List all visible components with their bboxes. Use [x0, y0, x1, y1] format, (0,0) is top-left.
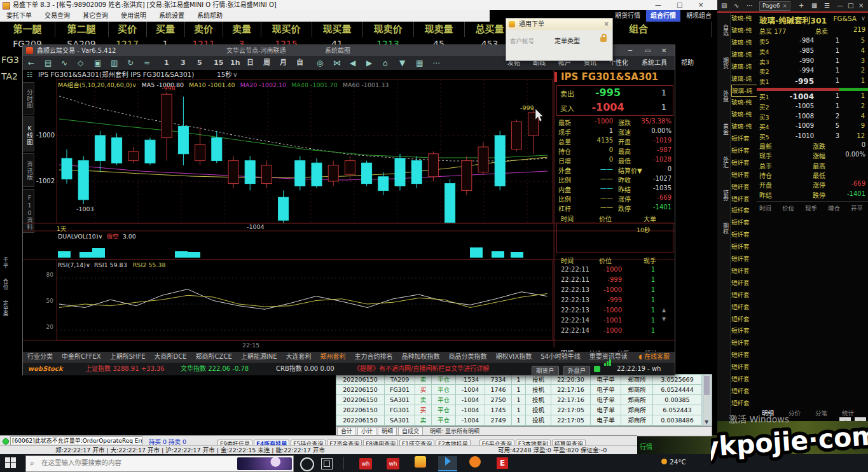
caret-down-icon[interactable]: ∨ — [861, 15, 865, 22]
col-header-现卖量[interactable]: 现卖量 — [413, 22, 465, 37]
search-highlight-image[interactable] — [237, 457, 292, 470]
tab-close-icon[interactable]: × — [783, 3, 788, 9]
rsi-indicator-row[interactable]: RSI(7,14)∨ RSI1 59.83 RSI2 55.38 — [58, 261, 165, 268]
scroll-down-icon[interactable]: ▼ — [705, 419, 708, 425]
col-header-现卖价[interactable]: 现卖价 — [362, 22, 414, 37]
col-header-卖量[interactable]: 卖量 — [223, 22, 261, 37]
sidebar-window-control[interactable]: — — [837, 0, 843, 11]
watchlist-item[interactable]: 短纤套 — [731, 385, 756, 396]
col-header-现买量[interactable]: 现买量 — [312, 22, 363, 37]
depth-row[interactable]: 卖1-99511 — [757, 77, 868, 87]
contract-title[interactable]: 玻璃-纯碱套利301 — [759, 14, 827, 26]
market-tab-S4小时骑牛线[interactable]: S4小时骑牛线 — [536, 352, 585, 362]
menu-其它查询[interactable]: 其它查询 — [76, 10, 114, 22]
overseas-account-button[interactable]: 外盘户 — [563, 366, 591, 376]
sidebar-tab-统计[interactable]: 统计 — [842, 408, 854, 417]
view-tab-期现组合[interactable]: 期现组合 — [682, 10, 716, 22]
depth-row[interactable]: 卖3-99013 — [757, 57, 868, 67]
market-tab-中金所CFFEX[interactable]: 中金所CFFEX — [57, 352, 106, 362]
order-type-label[interactable]: 定单类型 — [555, 36, 580, 45]
col-header-现买价[interactable]: 现买价 — [261, 22, 312, 37]
col-header-第一腿[interactable]: 第一腿 — [0, 22, 55, 37]
view-tab-期货行情[interactable]: 期货行情 — [610, 10, 645, 22]
sidebar-window-control[interactable]: × — [858, 0, 864, 11]
sidebar-tool-icon[interactable]: ▤ — [721, 0, 727, 11]
watchlist-item[interactable]: 玻璃-纯 — [731, 121, 756, 132]
bid-price[interactable]: -1004 — [582, 101, 633, 113]
market-tab-期权VIX指数[interactable]: 期权VIX指数 — [492, 352, 537, 362]
col-header-第二腿[interactable]: 第二腿 — [55, 22, 109, 37]
sidebar-tool-icon[interactable]: ☰ — [824, 0, 830, 11]
ma-indicator-row[interactable]: MA组合(5,10,20,40,60,0)∨MA5 -1000.80MA10 -… — [58, 80, 389, 89]
watchlist-item[interactable]: 玻璃-纯 — [731, 13, 756, 24]
watchlist-item[interactable]: 短纤套 — [731, 349, 756, 360]
watchlist-item[interactable]: 玻璃-纯 — [731, 61, 756, 72]
watchlist-item[interactable]: 玻璃-纯 — [731, 109, 756, 120]
watchlist-item[interactable]: 玻璃-纯 — [731, 25, 756, 36]
sidebar-tool-icon[interactable]: ⋯ — [747, 0, 753, 11]
result-tab-明细[interactable]: 明细 — [378, 427, 397, 436]
menu-系统设置[interactable]: 系统设置 — [153, 10, 191, 22]
weather-widget[interactable]: 24°C — [661, 458, 686, 466]
menu-交易查询[interactable]: 交易查询 — [38, 10, 76, 22]
market-tab-大商所DCE[interactable]: 大商所DCE — [150, 352, 191, 362]
watchlist-item[interactable]: 玻璃-纯 — [731, 97, 756, 108]
category-tab-外汇[interactable]: 外汇 — [717, 156, 730, 168]
cortana-icon[interactable] — [300, 457, 314, 471]
wenhua-wh6-icon[interactable]: wh — [383, 456, 403, 470]
depth-row[interactable]: 卖4-98514 — [757, 47, 868, 57]
result-tab-小计[interactable]: 小计 — [357, 427, 376, 436]
depth-row[interactable]: 买1-100411 — [757, 92, 868, 102]
watchlist-item[interactable]: 玻璃-纯 — [731, 73, 756, 84]
ask-price[interactable]: -995 — [582, 87, 633, 99]
watchlist-item[interactable]: 短纤套 — [731, 265, 756, 276]
result-tab-自成交[interactable]: 自成交 — [398, 427, 423, 436]
minimize-button[interactable]: — — [655, 0, 661, 10]
col-header-买量[interactable]: 买量 — [146, 22, 185, 37]
watchlist-item[interactable]: 短纤套 — [731, 398, 756, 408]
category-tab-期权[interactable]: 期权 — [717, 223, 730, 234]
market-tab-重要资讯导读[interactable]: 重要资讯导读 — [585, 352, 632, 362]
watchlist-item[interactable]: 短纤套 — [731, 193, 756, 204]
watchlist-item[interactable]: 短纤套 — [731, 337, 756, 348]
watchlist-item[interactable]: 短纤套 — [731, 181, 756, 192]
order-history-table[interactable]: 202206150TA209卖平仓-153473341投机22:20:30电子单… — [336, 374, 704, 426]
ma-label[interactable]: MA组合(5,10,20,40,60,0)∨ — [58, 81, 137, 88]
category-tab-期货[interactable]: 期货 — [717, 57, 730, 69]
watchlist-item[interactable]: 短纤套 — [731, 289, 756, 300]
result-tab-合计[interactable]: 合计 — [337, 427, 356, 436]
spread-row-partial-1[interactable]: FG3 — [1, 55, 19, 65]
category-tab-自选[interactable]: 自选 — [717, 24, 730, 36]
depth-mode-label[interactable]: 6档 — [719, 440, 729, 449]
watchlist-item[interactable]: 短纤套 — [731, 253, 756, 264]
editor-e-icon[interactable]: E — [493, 456, 512, 470]
watchlist-item[interactable]: 短纤套 — [731, 145, 756, 156]
depth-row[interactable]: 买4-100959 — [757, 122, 868, 132]
close-button[interactable]: × — [698, 0, 703, 10]
maximize-button[interactable]: □ — [677, 0, 682, 10]
watchlist-item[interactable]: 短纤套 — [731, 361, 756, 372]
task-view-icon[interactable] — [321, 458, 333, 469]
menu-委托下单[interactable]: 委托下单 — [0, 10, 38, 22]
watchlist-item[interactable]: 短纤套 — [731, 133, 756, 144]
watchlist-item[interactable]: 玻璃-纯 — [731, 37, 756, 48]
start-button[interactable] — [5, 457, 17, 469]
dualvol-indicator-row[interactable]: DUALVOL(10)∨ 做空 3.00 — [58, 232, 136, 240]
market-tab-商品分类指数[interactable]: 商品分类指数 — [444, 352, 492, 362]
orange-app-icon[interactable] — [465, 456, 485, 470]
sidebar-tool-icon[interactable]: ▦ — [811, 0, 817, 11]
market-tab-郑商所CZCE[interactable]: 郑商所CZCE — [191, 352, 237, 362]
menu-系统帮助[interactable]: 系统帮助 — [191, 10, 229, 22]
trading-arrow-icon[interactable] — [438, 456, 457, 471]
watchlist-item[interactable]: 短纤套 — [731, 169, 756, 180]
futures-account-button[interactable]: 期货户 — [532, 366, 559, 376]
watchlist-item[interactable]: 玻璃-纯 — [731, 49, 756, 60]
market-tab-主力合约排名[interactable]: 主力合约排名 — [350, 352, 397, 362]
spread-row-partial-2[interactable]: TA2 — [1, 71, 18, 81]
sidebar-tool-icon[interactable]: ∿ — [734, 0, 739, 11]
watchlist-item[interactable]: 短纤套 — [731, 325, 756, 336]
order-table-scrollbar[interactable]: ▼ — [703, 374, 712, 426]
online-service-link[interactable]: ◖ 在线客服 — [639, 352, 670, 362]
watchlist-item[interactable]: 短纤套 — [731, 205, 756, 216]
category-tab-黄金[interactable]: 黄金 — [717, 123, 730, 135]
